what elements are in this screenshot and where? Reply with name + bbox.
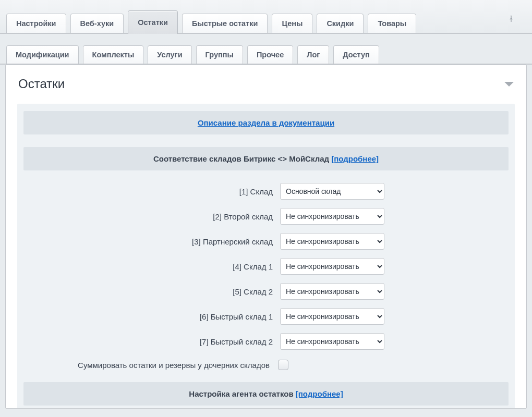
warehouse-row-6: [6] Быстрый склад 1Основной складНе синх… — [23, 308, 509, 325]
mapping-section-label: Соответствие складов Битрикс <> МойСклад — [153, 154, 331, 163]
warehouse-select-4[interactable]: Основной складНе синхронизировать — [280, 258, 384, 275]
sub-tab-bar: МодификацииКомплектыУслугиГруппыПрочееЛо… — [0, 45, 532, 65]
warehouse-row-2: [2] Второй складОсновной складНе синхрон… — [23, 208, 509, 225]
warehouse-row-3: [3] Партнерский складОсновной складНе си… — [23, 233, 509, 250]
mapping-section-more-link[interactable]: [подробнее] — [331, 154, 379, 163]
main-tab-2[interactable]: Остатки — [128, 10, 178, 34]
warehouse-row-4: [4] Склад 1Основной складНе синхронизиро… — [23, 258, 509, 275]
main-tab-4[interactable]: Цены — [272, 14, 312, 33]
agent-section-label: Настройка агента остатков — [189, 389, 295, 398]
sum-children-label: Суммировать остатки и резервы у дочерних… — [20, 361, 271, 370]
agent-section-more-link[interactable]: [подробнее] — [296, 389, 343, 398]
agent-section-header: Настройка агента остатков [подробнее] — [23, 382, 509, 406]
main-tab-bar: НастройкиВеб-хукиОстаткиБыстрые остаткиЦ… — [0, 0, 532, 34]
warehouse-select-3[interactable]: Основной складНе синхронизировать — [280, 233, 384, 250]
warehouse-select-2[interactable]: Основной складНе синхронизировать — [280, 208, 384, 225]
warehouse-row-label: [6] Быстрый склад 1 — [23, 312, 274, 321]
mapping-section-header: Соответствие складов Битрикс <> МойСклад… — [23, 147, 509, 170]
sub-tab-4[interactable]: Прочее — [247, 45, 293, 64]
panel-body: Описание раздела в документации Соответс… — [17, 104, 515, 409]
main-tab-3[interactable]: Быстрые остатки — [182, 14, 268, 33]
sub-tab-2[interactable]: Услуги — [148, 45, 191, 64]
main-tab-0[interactable]: Настройки — [6, 14, 66, 33]
chevron-down-icon[interactable] — [504, 82, 514, 87]
warehouse-row-1: [1] СкладОсновной складНе синхронизирова… — [23, 183, 509, 200]
warehouse-row-label: [4] Склад 1 — [23, 262, 274, 271]
pin-icon[interactable] — [507, 15, 515, 23]
doc-link-band: Описание раздела в документации — [23, 111, 509, 134]
doc-link[interactable]: Описание раздела в документации — [198, 118, 334, 127]
sub-tab-0[interactable]: Модификации — [6, 45, 79, 64]
warehouse-select-5[interactable]: Основной складНе синхронизировать — [280, 283, 384, 300]
sub-tab-5[interactable]: Лог — [297, 45, 329, 64]
panel-ostatki: Остатки Описание раздела в документации … — [5, 65, 527, 409]
warehouse-row-label: [7] Быстрый склад 2 — [23, 337, 274, 346]
sub-tab-1[interactable]: Комплекты — [83, 45, 144, 64]
warehouse-row-5: [5] Склад 2Основной складНе синхронизиро… — [23, 283, 509, 300]
svg-rect-0 — [511, 19, 511, 22]
panel-title: Остатки — [6, 65, 526, 94]
warehouse-row-label: [5] Склад 2 — [23, 287, 274, 296]
sub-tab-3[interactable]: Группы — [196, 45, 243, 64]
warehouse-select-1[interactable]: Основной складНе синхронизировать — [280, 183, 384, 200]
main-tab-6[interactable]: Товары — [368, 14, 416, 33]
warehouse-row-7: [7] Быстрый склад 2Основной складНе синх… — [23, 333, 509, 350]
main-tab-1[interactable]: Веб-хуки — [70, 14, 124, 33]
mapping-form: [1] СкладОсновной складНе синхронизирова… — [20, 183, 512, 350]
warehouse-row-label: [3] Партнерский склад — [23, 237, 274, 246]
warehouse-row-label: [1] Склад — [23, 187, 274, 196]
sub-tab-6[interactable]: Доступ — [333, 45, 379, 64]
warehouse-select-6[interactable]: Основной складНе синхронизировать — [280, 308, 384, 325]
warehouse-row-label: [2] Второй склад — [23, 212, 274, 221]
sum-children-checkbox[interactable] — [278, 360, 288, 370]
sum-children-row: Суммировать остатки и резервы у дочерних… — [20, 358, 512, 372]
main-tab-5[interactable]: Скидки — [317, 14, 364, 33]
warehouse-select-7[interactable]: Основной складНе синхронизировать — [280, 333, 384, 350]
